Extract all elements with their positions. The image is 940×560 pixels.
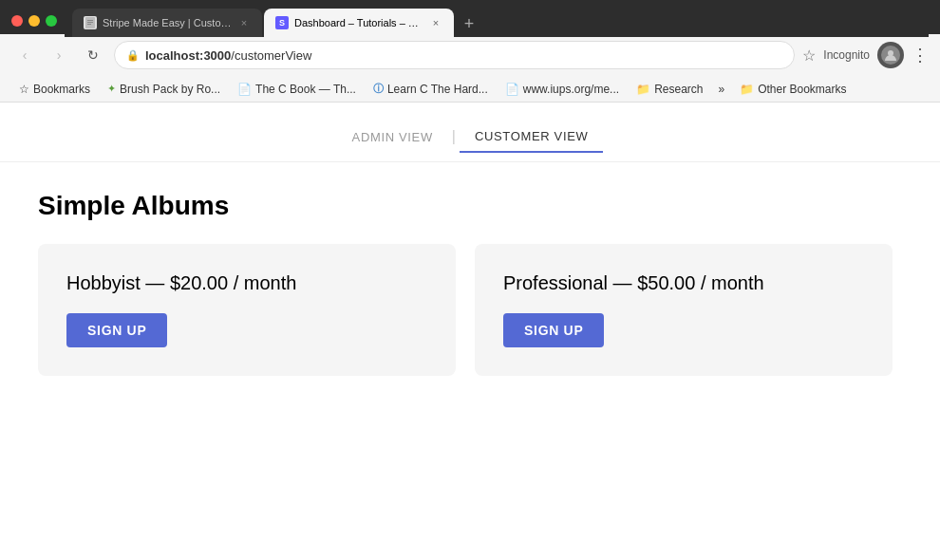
url-domain: localhost:3000 — [145, 48, 231, 63]
new-tab-button[interactable]: + — [456, 10, 482, 37]
bookmark-learn-c[interactable]: ⓘ Learn C The Hard... — [366, 80, 496, 98]
tab-divider: | — [452, 128, 456, 145]
tab-label-1: Stripe Made Easy | Customer V — [103, 17, 232, 28]
signup-button-professional[interactable]: SIGN UP — [503, 313, 604, 347]
more-bookmarks-button[interactable]: » — [712, 81, 730, 98]
page-content: ADMIN VIEW | CUSTOMER VIEW Simple Albums… — [0, 103, 940, 560]
address-bar-row: ‹ › ↻ 🔒 localhost:3000/customerView ☆ In… — [0, 34, 940, 76]
tab-close-2[interactable]: × — [429, 16, 442, 29]
tab-customer-view[interactable]: CUSTOMER VIEW — [460, 121, 603, 153]
bookmark-iups-label: www.iups.org/me... — [523, 83, 619, 96]
svg-rect-1 — [87, 20, 93, 21]
stripe-favicon-letter: S — [279, 18, 285, 28]
bookmark-c-book[interactable]: 📄 The C Book — Th... — [230, 81, 364, 98]
bookmark-c-label: The C Book — Th... — [255, 83, 356, 96]
bookmark-c-icon: 📄 — [237, 83, 252, 96]
lock-icon: 🔒 — [126, 49, 140, 62]
svg-rect-2 — [87, 22, 93, 23]
browser-chrome: Stripe Made Easy | Customer V × S Dashbo… — [0, 0, 940, 103]
bookmark-star-icon[interactable]: ☆ — [802, 47, 816, 65]
tab-label-2: Dashboard – Tutorials – Stripe — [294, 17, 423, 28]
tab-stripe-dashboard[interactable]: S Dashboard – Tutorials – Stripe × — [264, 9, 454, 37]
maximize-window-button[interactable] — [46, 15, 57, 27]
close-window-button[interactable] — [11, 15, 23, 27]
page-title: Simple Albums — [38, 191, 902, 221]
plan-card-hobbyist: Hobbyist — $20.00 / month SIGN UP — [38, 244, 456, 376]
traffic-lights — [11, 15, 57, 27]
svg-rect-3 — [87, 24, 91, 25]
bookmark-brush-icon: ✦ — [107, 83, 116, 95]
bookmark-learnc-icon: ⓘ — [373, 82, 384, 96]
other-bookmarks-folder[interactable]: 📁 Other Bookmarks — [732, 81, 854, 98]
main-section: Simple Albums Hobbyist — $20.00 / month … — [0, 162, 940, 404]
bookmark-learnc-label: Learn C The Hard... — [387, 83, 488, 96]
reload-button[interactable]: ↻ — [80, 42, 106, 68]
url-text: localhost:3000/customerView — [145, 48, 782, 63]
browser-menu-button[interactable]: ⋮ — [912, 45, 929, 65]
plan-title-hobbyist: Hobbyist — $20.00 / month — [66, 272, 427, 294]
tab-admin-view[interactable]: ADMIN VIEW — [337, 122, 448, 152]
bookmark-research-folder[interactable]: 📁 Research — [629, 81, 710, 98]
bookmarks-bar: ☆ Bookmarks ✦ Brush Pack by Ro... 📄 The … — [0, 76, 940, 103]
other-bookmarks-icon: 📁 — [740, 83, 754, 96]
bookmarks-label[interactable]: ☆ Bookmarks — [11, 81, 98, 98]
bookmark-brush-label: Brush Pack by Ro... — [120, 83, 220, 96]
plan-title-professional: Professional — $50.00 / month — [503, 272, 864, 294]
back-button[interactable]: ‹ — [11, 42, 38, 68]
other-bookmarks-label: Other Bookmarks — [758, 83, 846, 96]
incognito-label: Incognito — [823, 48, 870, 62]
profile-button[interactable] — [877, 42, 904, 68]
minimize-window-button[interactable] — [28, 15, 40, 27]
tab-favicon-page-icon — [84, 16, 97, 29]
tab-favicon-stripe-icon: S — [275, 16, 289, 29]
bookmark-iups[interactable]: 📄 www.iups.org/me... — [498, 81, 627, 98]
research-folder-label: Research — [654, 83, 703, 96]
plans-grid: Hobbyist — $20.00 / month SIGN UP Profes… — [38, 244, 893, 376]
view-tabs: ADMIN VIEW | CUSTOMER VIEW — [0, 103, 940, 162]
signup-button-hobbyist[interactable]: SIGN UP — [66, 313, 167, 347]
bookmark-brush-pack[interactable]: ✦ Brush Pack by Ro... — [100, 81, 228, 98]
bookmarks-star-icon: ☆ — [19, 83, 29, 96]
tabs-bar: Stripe Made Easy | Customer V × S Dashbo… — [65, 5, 929, 37]
tab-stripe-made-easy[interactable]: Stripe Made Easy | Customer V × — [72, 9, 262, 37]
forward-button[interactable]: › — [46, 42, 72, 68]
research-folder-icon: 📁 — [636, 83, 650, 96]
url-path: /customerView — [231, 48, 311, 63]
bookmarks-text: Bookmarks — [33, 83, 90, 96]
profile-avatar — [881, 46, 900, 65]
title-bar: Stripe Made Easy | Customer V × S Dashbo… — [0, 0, 940, 34]
plan-card-professional: Professional — $50.00 / month SIGN UP — [475, 244, 893, 376]
tab-close-1[interactable]: × — [237, 16, 251, 29]
url-bar[interactable]: 🔒 localhost:3000/customerView — [114, 41, 795, 69]
bookmark-iups-icon: 📄 — [505, 83, 519, 96]
